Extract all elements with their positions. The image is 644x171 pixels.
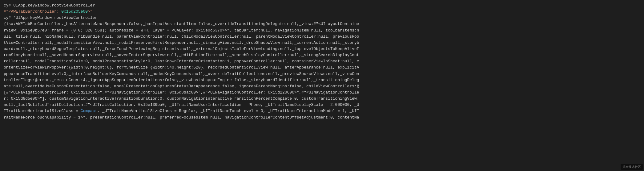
output-container: cy# UIApp.keyWindow.rootViewController#"… — [4, 2, 640, 121]
terminal-line: roller:null,_modalTransitionStyle:0,_mod… — [4, 58, 640, 65]
text-segment: ull,_title:null,_nibName:null,_nibBundle… — [4, 34, 359, 39]
text-segment: cy# UIApp.keyWindow.rootViewController — [4, 3, 95, 8]
text-segment: tViewController:null,_modalTransitionVie… — [4, 40, 359, 45]
terminal-line: ontentSizeForViewInPopover:{width:0,heig… — [4, 65, 640, 71]
text-segment: null,_lastNotifiedTraitCollection:#"<UIT… — [4, 102, 359, 107]
text-segment: {isa:AWETabBarController,_hasAlternateNe… — [4, 22, 359, 26]
terminal-line: null,_lastNotifiedTraitCollection:#"<UIT… — [4, 102, 640, 108]
terminal-line: r: 0x15d8d5e00>"],_customNavigationInter… — [4, 96, 640, 102]
text-segment: r: 0x15d8d5e00>"],_customNavigationInter… — [4, 96, 359, 101]
terminal-line: ull,_title:null,_nibName:null,_nibBundle… — [4, 34, 640, 40]
text-segment: >" — [88, 9, 93, 14]
text-segment: ppearanceTransitionLevel:0,_interfaceBui… — [4, 72, 359, 76]
terminal-window: cy# UIApp.keyWindow.rootViewController#"… — [0, 0, 644, 171]
text-segment: ITraitNameHorizontalSizeClass = — [4, 109, 81, 113]
terminal-line: tViewController:null,_modalTransitionVie… — [4, 40, 640, 46]
terminal-line: rView: 0x15e0b57e0; frame = (0 0; 320 56… — [4, 27, 640, 34]
terminal-line: oard:null,_storyboardSegueTemplates:null… — [4, 46, 640, 52]
terminal-line: {isa:AWETabBarController,_hasAlternateNe… — [4, 21, 640, 27]
terminal-line: cy# *UIApp.keyWindow.rootViewController — [4, 15, 640, 21]
terminal-line: ppearanceTransitionLevel:0,_interfaceBui… — [4, 71, 640, 77]
text-segment: 0x15d205e00 — [61, 9, 88, 14]
text-segment: romStoryboard:null,_savedHeaderSuperview… — [4, 53, 359, 57]
terminal-line: raitNameForceTouchCapability = 1>",_pres… — [4, 115, 640, 121]
terminal-line: [#"<UINavigationController: 0x15d210c00>… — [4, 90, 640, 96]
terminal-line: romStoryboard:null,_savedHeaderSuperview… — [4, 52, 640, 58]
text-segment: , _UITraitNameVerticalSizeClass = Regula… — [97, 109, 359, 113]
text-segment: ontentSizeForViewInPopover:{width:0,heig… — [4, 65, 359, 70]
text-segment: #"<AWETabBarController: — [4, 9, 61, 14]
terminal-line: #"<AWETabBarController: 0x15d205e00>" — [4, 9, 640, 15]
terminal-line: trollerFlags:@error,_retainCount:4,_igno… — [4, 77, 640, 83]
text-segment: ate:null,overrideUseCustomPresentation:f… — [4, 84, 359, 89]
text-segment: oard:null,_storyboardSegueTemplates:null… — [4, 47, 359, 51]
text-segment: cy# *UIApp.keyWindow.rootViewController — [4, 15, 97, 20]
text-segment: raitNameForceTouchCapability = 1>",_pres… — [4, 115, 359, 120]
text-segment: Compact — [81, 109, 98, 113]
text-segment: roller:null,_modalTransitionStyle:0,_mod… — [4, 59, 359, 64]
text-segment: trollerFlags:@error,_retainCount:4,_igno… — [4, 78, 359, 82]
watermark: 掘金技术社区 — [621, 164, 643, 170]
text-segment: [#"<UINavigationController: 0x15d210c00>… — [4, 90, 359, 95]
terminal-line: ITraitNameHorizontalSizeClass = Compact,… — [4, 108, 640, 114]
text-segment: rView: 0x15e0b57e0; frame = (0 0; 320 56… — [4, 28, 359, 33]
terminal-line: cy# UIApp.keyWindow.rootViewController — [4, 2, 640, 9]
terminal-line: ate:null,overrideUseCustomPresentation:f… — [4, 83, 640, 90]
